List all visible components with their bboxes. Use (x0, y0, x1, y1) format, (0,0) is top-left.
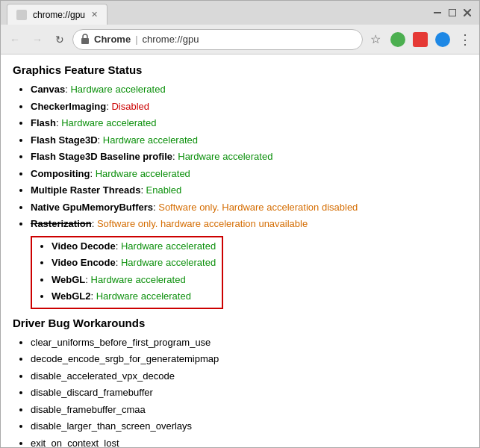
tab-area: chrome://gpu ✕ (7, 1, 107, 25)
list-item: Multiple Raster Threads: Enabled (31, 183, 467, 198)
toolbar: ← → ↻ Chrome | chrome://gpu (1, 25, 479, 55)
status-value: Hardware accelerated (96, 290, 191, 302)
refresh-button[interactable]: ↻ (50, 30, 69, 49)
status-value: Hardware accelerated (61, 117, 156, 128)
svg-rect-4 (81, 38, 89, 44)
status-value: Disabled (111, 101, 149, 112)
menu-icon (458, 31, 472, 48)
page-icon (81, 34, 90, 46)
status-value: Enabled (146, 184, 182, 196)
extension-red-icon (413, 32, 428, 47)
graphics-list: Canvas: Hardware accelerated CheckerImag… (13, 82, 467, 231)
star-icon (370, 32, 381, 46)
extension-green-icon (390, 32, 405, 47)
highlighted-list: Video Decode: Hardware accelerated Video… (38, 239, 216, 304)
list-item: exit_on_context_lost (31, 436, 467, 448)
ext2-button[interactable] (411, 30, 430, 49)
highlighted-items-container: Video Decode: Hardware accelerated Video… (31, 236, 467, 309)
address-sep: | (135, 34, 137, 45)
tab-favicon (16, 10, 27, 20)
list-item: Native GpuMemoryBuffers: Software only. … (31, 200, 467, 215)
svg-rect-1 (449, 9, 456, 16)
status-value: Hardware accelerated (121, 240, 216, 252)
tab-label: chrome://gpu (33, 10, 85, 20)
status-value: Hardware accelerated (70, 84, 165, 95)
ext3-button[interactable] (433, 30, 452, 49)
active-tab[interactable]: chrome://gpu ✕ (7, 4, 107, 25)
close-icon[interactable] (461, 7, 473, 19)
list-item: clear_uniforms_before_first_program_use (31, 335, 467, 350)
window-controls (431, 7, 473, 19)
status-value: Hardware accelerated (103, 134, 198, 146)
tab-close-button[interactable]: ✕ (91, 10, 98, 19)
back-button[interactable]: ← (5, 30, 25, 49)
title-bar: chrome://gpu ✕ (1, 1, 479, 25)
toolbar-icons (366, 30, 475, 49)
list-item: Video Encode: Hardware accelerated (52, 255, 216, 270)
list-item: Flash Stage3D: Hardware accelerated (31, 133, 467, 148)
browser-window: chrome://gpu ✕ ← → ↻ Ch (0, 0, 480, 448)
ext1-button[interactable] (388, 30, 408, 49)
address-brand: Chrome (94, 34, 131, 45)
list-item: CheckerImaging: Disabled (31, 99, 467, 114)
status-value: Hardware accelerated (121, 257, 216, 268)
status-value: Hardware accelerated (91, 274, 186, 285)
list-item: Flash Stage3D Baseline profile: Hardware… (31, 149, 467, 164)
list-item: disable_discard_framebuffer (31, 385, 467, 400)
list-item: disable_framebuffer_cmaa (31, 402, 467, 417)
list-item: decode_encode_srgb_for_generatemipmap (31, 352, 467, 367)
driver-bugs-list: clear_uniforms_before_first_program_use … (13, 335, 467, 448)
status-value: Software only. hardware acceleration una… (97, 218, 308, 229)
list-item: WebGL: Hardware accelerated (52, 273, 216, 287)
forward-button[interactable]: → (28, 30, 47, 49)
address-url: chrome://gpu (143, 34, 199, 45)
list-item: Flash: Hardware accelerated (31, 116, 467, 131)
extension-blue-icon (435, 32, 450, 47)
list-item: disable_accelerated_vpx_decode (31, 369, 467, 384)
list-item: disable_larger_than_screen_overlays (31, 419, 467, 434)
list-item: WebGL2: Hardware accelerated (52, 289, 216, 304)
list-item: Canvas: Hardware accelerated (31, 82, 467, 97)
status-value: Hardware accelerated (178, 151, 272, 162)
graphics-heading: Graphics Feature Status (13, 63, 467, 76)
list-item: Video Decode: Hardware accelerated (52, 239, 216, 254)
address-bar[interactable]: Chrome | chrome://gpu (72, 29, 363, 50)
status-value: Software only. Hardware acceleration dis… (158, 202, 358, 213)
list-item: Compositing: Hardware accelerated (31, 167, 467, 181)
svg-rect-0 (434, 12, 441, 13)
driver-bugs-heading: Driver Bug Workarounds (13, 317, 467, 329)
status-value: Hardware accelerated (96, 168, 190, 179)
red-highlight-box: Video Decode: Hardware accelerated Video… (31, 236, 223, 309)
page-content: Graphics Feature Status Canvas: Hardware… (1, 55, 479, 447)
minimize-icon[interactable] (431, 7, 443, 19)
list-item: Rasterization: Software only. hardware a… (31, 217, 467, 231)
menu-button[interactable] (455, 30, 475, 49)
bookmark-star-button[interactable] (366, 30, 385, 49)
maximize-icon[interactable] (446, 7, 458, 19)
